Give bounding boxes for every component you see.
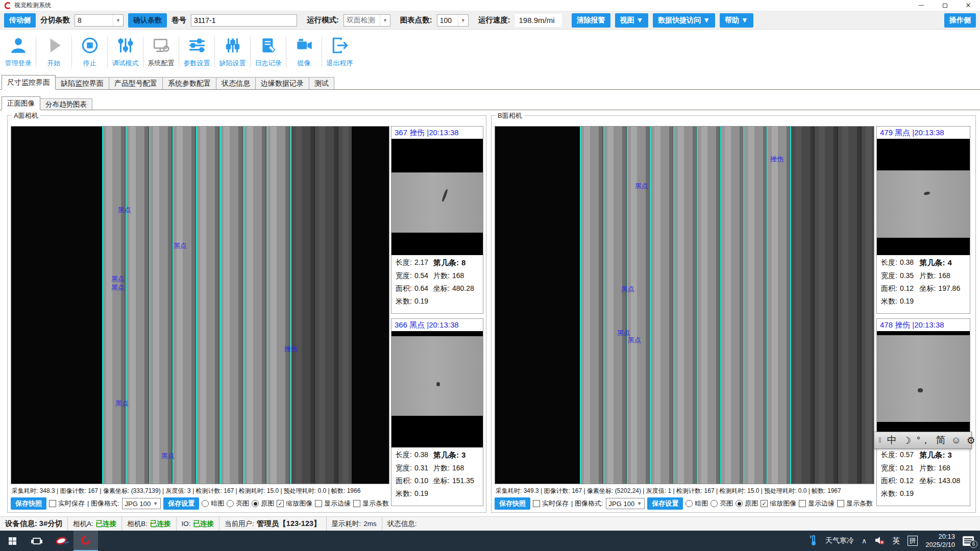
task-view-button[interactable] (24, 531, 49, 551)
tab-status-info[interactable]: 状态信息 (216, 77, 256, 89)
tab-defect-monitor[interactable]: 缺陷监控界面 (55, 77, 109, 89)
defect-card-header[interactable]: 478 挫伤 |20:13:38 (877, 319, 970, 331)
image-format-select[interactable]: JPG 100▼ (606, 498, 645, 509)
thermometer-icon (810, 535, 818, 547)
subtab-front-image[interactable]: 正面图像 (2, 96, 40, 110)
run-speed-label: 运行速度: (478, 15, 510, 25)
defect-thumbnail[interactable] (877, 139, 970, 255)
io-conn-status: 已连接 (193, 519, 214, 529)
bright-image-radio[interactable]: 亮图 (227, 499, 249, 508)
clear-alarm-button[interactable]: 清除报警 (572, 13, 610, 28)
thumb-black-band (391, 139, 483, 172)
start-button[interactable]: 开始 (37, 32, 71, 72)
close-button[interactable]: ✕ (957, 0, 980, 11)
minimize-button[interactable] (910, 0, 933, 11)
ime-punctuation[interactable]: °， (917, 434, 930, 447)
field-value: 0.31 (414, 464, 428, 472)
camera-icon (295, 36, 314, 57)
tab-test[interactable]: 测试 (309, 77, 334, 89)
original-image-radio[interactable]: 原图 (736, 499, 758, 508)
defect-card-header[interactable]: 366 黑点 |20:13:38 (391, 319, 483, 331)
log-record-button[interactable]: 日志记录 (251, 32, 285, 72)
camera-b-image[interactable]: 黑点 挫伤 黑点 黑点 黑点 (495, 126, 874, 484)
field-value: 0.35 (900, 271, 914, 280)
realtime-save-checkbox[interactable]: 实时保存 (49, 499, 85, 508)
volume-muted-icon[interactable] (874, 536, 885, 546)
tab-product-model-config[interactable]: 产品型号配置 (109, 77, 163, 89)
defect-thumbnail[interactable] (877, 331, 970, 447)
zoom-image-checkbox[interactable]: 缩放图像 (277, 499, 312, 508)
show-edge-checkbox[interactable]: 显示边缘 (799, 499, 835, 508)
ime-simplified[interactable]: 简 (936, 434, 945, 447)
data-quick-access-button[interactable]: 数据快捷访问 ▼ (653, 13, 715, 28)
roll-no-input[interactable] (191, 14, 297, 27)
strip-divider-line (720, 127, 721, 484)
radio-icon (710, 500, 718, 507)
run-mode-select[interactable]: 双面检测▼ (344, 14, 390, 27)
tab-edge-data-record[interactable]: 边缘数据记录 (255, 77, 309, 89)
ime-settings-gear-icon[interactable]: ⚙ (967, 435, 975, 446)
debug-mode-button[interactable]: 调试模式 (108, 32, 142, 72)
maximize-button[interactable] (933, 0, 957, 11)
camera-a-image[interactable]: 黑点 黑点 黑点 黑点 挫伤 黑点 黑点 (11, 126, 389, 484)
defect-thumbnail[interactable] (391, 139, 483, 255)
save-settings-button[interactable]: 保存设置 (647, 497, 683, 510)
field-label: 面积: (881, 284, 897, 293)
slit-count-select[interactable]: 8▼ (75, 14, 124, 27)
defect-settings-button[interactable]: 缺陷设置 (215, 32, 250, 72)
ime-chinese-mode[interactable]: 中 (887, 434, 897, 447)
bright-image-radio[interactable]: 亮图 (710, 499, 733, 508)
notification-center-icon[interactable]: 6 (963, 536, 974, 546)
image-format-select[interactable]: JPG 100▼ (122, 498, 161, 509)
confirm-count-button[interactable]: 确认条数 (128, 13, 167, 28)
system-config-button[interactable]: 系统配置 (144, 32, 178, 72)
defect-card-header[interactable]: 479 黑点 |20:13:38 (877, 127, 970, 139)
view-menu-button[interactable]: 视图 ▼ (615, 13, 649, 28)
subtab-trend-chart[interactable]: 分布趋势图表 (40, 98, 92, 110)
ribbon-label: 缺陷设置 (219, 59, 246, 68)
help-menu-button[interactable]: 帮助 ▼ (720, 13, 753, 28)
capture-image-button[interactable]: 提像 (287, 32, 321, 72)
radio-icon (202, 500, 209, 507)
tab-system-param-config[interactable]: 系统参数配置 (162, 77, 216, 89)
admin-login-button[interactable]: 管理登录 (1, 32, 35, 72)
param-settings-button[interactable]: 参数设置 (180, 32, 214, 72)
exit-program-button[interactable]: 退出程序 (323, 32, 357, 72)
vision-app-taskbar-button[interactable] (74, 531, 98, 551)
zoom-image-checkbox[interactable]: 缩放图像 (761, 499, 796, 508)
ime-pinyin-indicator[interactable]: 拼 (908, 536, 918, 546)
ime-emoji-icon[interactable]: ☺ (951, 435, 961, 446)
language-indicator[interactable]: 英 (892, 536, 900, 546)
weather-text[interactable]: 天气寒冷 (825, 536, 854, 545)
dark-image-radio[interactable]: 暗图 (685, 499, 708, 508)
strip-divider-line (743, 127, 744, 484)
chart-points-select[interactable]: 100▼ (437, 14, 469, 27)
strip-band-dim (291, 127, 352, 484)
save-settings-button[interactable]: 保存设置 (163, 497, 199, 510)
ime-drag-handle[interactable]: ‖ (878, 436, 881, 444)
field-label: 片数: (433, 271, 450, 281)
drive-side-button[interactable]: 传动侧 (4, 13, 36, 28)
show-strip-count-checkbox[interactable]: 显示条数 (353, 499, 389, 508)
original-image-radio[interactable]: 原图 (252, 499, 274, 508)
realtime-save-checkbox[interactable]: 实时保存 (533, 499, 569, 508)
ime-fullwidth-moon-icon[interactable]: ☽ (902, 435, 911, 446)
save-snapshot-button[interactable]: 保存快照 (495, 497, 530, 510)
thumb-black-band (391, 331, 483, 336)
dark-image-radio[interactable]: 暗图 (202, 499, 224, 508)
defect-spot (436, 382, 440, 386)
stop-button[interactable]: 停止 (72, 32, 107, 72)
show-strip-count-checkbox[interactable]: 显示条数 (837, 499, 873, 508)
defect-thumbnail[interactable] (391, 331, 483, 447)
radio-icon (685, 500, 693, 507)
operator-side-button[interactable]: 操作侧 (944, 13, 976, 28)
snip-tool-button[interactable] (49, 531, 74, 551)
ribbon-label: 日志记录 (255, 59, 282, 68)
tab-size-monitor[interactable]: 尺寸监控界面 (2, 75, 56, 89)
start-button[interactable] (0, 531, 24, 551)
clock[interactable]: 20:13 2025/2/10 (925, 533, 955, 549)
show-edge-checkbox[interactable]: 显示边缘 (315, 499, 351, 508)
tray-expand-chevron-icon[interactable]: ∧ (862, 537, 867, 545)
defect-card-header[interactable]: 367 挫伤 |20:13:38 (391, 127, 483, 139)
save-snapshot-button[interactable]: 保存快照 (11, 497, 46, 510)
